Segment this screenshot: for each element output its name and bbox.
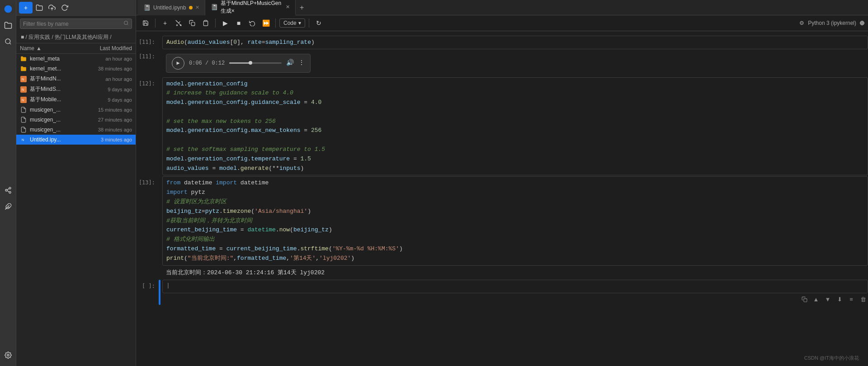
audio-player: ▶ 0:06 / 0:12 🔊 ⋮ xyxy=(166,54,311,73)
file-item[interactable]: musicgen_... 15 minutes ago xyxy=(16,105,136,115)
run-btn[interactable]: ▶ xyxy=(219,17,231,29)
search-input[interactable] xyxy=(23,21,123,27)
folder-btn[interactable] xyxy=(1,18,15,33)
cell-13-code[interactable]: from datetime import datetime import pyt… xyxy=(162,176,868,265)
cell-11-audio-output: ▶ 0:06 / 0:12 🔊 ⋮ xyxy=(162,50,868,76)
copy-btn[interactable] xyxy=(186,17,198,29)
cell-11-input: [11]: Audio(audio_values[0], rate=sampli… xyxy=(136,36,868,49)
svg-point-22 xyxy=(176,25,177,26)
main-area: 📓 Untitled.ipynb ✕ 📓 基于MindNLP+MusicGen生… xyxy=(136,0,868,366)
cell-13-bar xyxy=(159,176,160,265)
file-item[interactable]: kernel_meta an hour ago xyxy=(16,54,136,64)
file-type-icon xyxy=(20,65,27,72)
cell-12-body: model.generation_config # increase the g… xyxy=(162,77,868,176)
svg-text:N: N xyxy=(22,98,24,101)
breadcrumb: ■ / 应用实践 / 热门LLM及其他AI应用 / xyxy=(16,32,136,43)
cell-11-output-number: [11]: xyxy=(136,50,159,76)
tab-untitled[interactable]: 📓 Untitled.ipynb ✕ xyxy=(138,0,205,15)
sort-icon: ▲ xyxy=(36,45,42,52)
cell-empty-body: | ▲ ▼ ⬇ ≡ 🗑 xyxy=(162,280,868,305)
paste-btn[interactable] xyxy=(200,17,212,29)
stop-btn[interactable]: ■ xyxy=(233,17,245,29)
jupyter-logo-btn[interactable] xyxy=(1,2,15,16)
file-type-icon xyxy=(20,106,27,113)
file-list: kernel_meta an hour ago kernel_met... 38… xyxy=(16,54,136,366)
search-sidebar-btn[interactable] xyxy=(1,34,15,49)
tab-close-btn2[interactable]: ✕ xyxy=(286,4,290,10)
git-btn[interactable] xyxy=(1,183,15,197)
cell-11-body: Audio(audio_values[0], rate=sampling_rat… xyxy=(162,36,868,49)
settings-btn[interactable] xyxy=(1,348,15,362)
svg-line-2 xyxy=(9,43,11,44)
new-file-btn[interactable]: + xyxy=(19,2,33,14)
kernel-status-circle xyxy=(860,21,864,25)
col-name-header[interactable]: Name ▲ xyxy=(20,45,82,52)
menu-icon[interactable]: ⋮ xyxy=(298,58,305,68)
kernel-name: Python 3 (ipykernel) xyxy=(808,20,856,26)
kernel-chevron-icon: ▾ xyxy=(298,20,301,26)
file-item[interactable]: N 基于Mobile... 9 days ago xyxy=(16,94,136,105)
file-item[interactable]: kernel_met... 38 minutes ago xyxy=(16,64,136,74)
copy-cell-btn[interactable] xyxy=(799,294,809,304)
volume-icon[interactable]: 🔊 xyxy=(286,58,294,68)
add-cell-btn[interactable]: + xyxy=(159,17,171,29)
new-folder-btn[interactable] xyxy=(33,2,45,14)
move-down-btn[interactable]: ▼ xyxy=(823,294,833,304)
save-btn[interactable] xyxy=(140,17,151,29)
kernel-status: ⚙ Python 3 (ipykernel) xyxy=(799,20,864,26)
download-btn[interactable]: ⬇ xyxy=(835,294,844,304)
tab-notebook-icon: 📓 xyxy=(143,4,151,11)
output-beijing-time: 当前北京时间：2024-06-30 21:24:16 第14天 lyj0202 xyxy=(166,269,325,276)
file-list-header: Name ▲ Last Modified xyxy=(16,43,136,54)
cell-empty-input[interactable]: | xyxy=(162,280,868,293)
refresh-btn[interactable] xyxy=(59,2,71,14)
fast-forward-btn[interactable]: ⏩ xyxy=(260,17,272,29)
file-item[interactable]: musicgen_... 38 minutes ago xyxy=(16,125,136,135)
play-button[interactable]: ▶ xyxy=(172,57,184,70)
file-modified: 3 minutes ago xyxy=(82,137,132,142)
file-name: 基于MindN... xyxy=(30,75,82,83)
cell-13-output: 当前北京时间：2024-06-30 21:24:16 第14天 lyj0202 xyxy=(136,267,868,279)
extensions-btn[interactable] xyxy=(1,199,15,214)
tab-close-btn[interactable]: ✕ xyxy=(195,5,199,10)
tab-add-btn[interactable]: + xyxy=(296,0,308,15)
file-type-icon xyxy=(20,55,27,62)
search-box[interactable] xyxy=(20,19,132,29)
cell-11-code[interactable]: Audio(audio_values[0], rate=sampling_rat… xyxy=(162,36,868,49)
toolbar-sep3 xyxy=(275,19,276,28)
delete-cell-btn[interactable]: 🗑 xyxy=(858,294,868,304)
refresh-kernel-btn[interactable]: ↻ xyxy=(313,17,325,29)
move-up-btn[interactable]: ▲ xyxy=(811,294,821,304)
svg-point-5 xyxy=(9,192,11,193)
notebook-content: [11]: Audio(audio_values[0], rate=sampli… xyxy=(136,31,868,366)
cut-btn[interactable] xyxy=(173,17,184,29)
more-btn[interactable]: ≡ xyxy=(846,294,856,304)
file-item[interactable]: musicgen_... 27 minutes ago xyxy=(16,115,136,125)
progress-bar[interactable] xyxy=(229,62,282,64)
svg-text:N: N xyxy=(22,88,24,91)
time-display: 0:06 / 0:12 xyxy=(189,59,225,67)
tab-dot xyxy=(189,6,193,9)
upload-btn[interactable] xyxy=(46,2,58,14)
file-name: musicgen_... xyxy=(30,127,82,133)
kernel-selector[interactable]: Code ▾ xyxy=(279,19,305,28)
restart-btn[interactable] xyxy=(246,17,258,29)
sidebar-icons xyxy=(0,0,16,366)
file-item[interactable]: N 基于MindN... an hour ago xyxy=(16,74,136,84)
cell-12-code[interactable]: model.generation_config # increase the g… xyxy=(162,77,868,176)
svg-line-6 xyxy=(7,191,9,192)
file-type-icon: N xyxy=(20,136,27,143)
file-panel: + ■ / 应用实践 / 热门LLM及其他AI应用 / Name ▲ Last … xyxy=(16,0,136,366)
svg-text:N: N xyxy=(22,138,24,141)
cell-11-number: [11]: xyxy=(136,36,159,49)
fn-audio: Audio xyxy=(166,39,184,46)
file-item[interactable]: N 基于MindS... 9 days ago xyxy=(16,84,136,94)
svg-line-13 xyxy=(127,24,128,25)
tabs-bar: 📓 Untitled.ipynb ✕ 📓 基于MindNLP+MusicGen生… xyxy=(136,0,868,15)
cursor: | xyxy=(166,282,170,289)
toolbar-sep2 xyxy=(215,19,216,28)
cell-empty-bar xyxy=(159,280,160,305)
file-item[interactable]: N Untitled.ipy... 3 minutes ago xyxy=(16,135,136,145)
file-type-icon xyxy=(20,126,27,133)
tab-mindnlp[interactable]: 📓 基于MindNLP+MusicGen生成× ✕ xyxy=(205,0,296,15)
